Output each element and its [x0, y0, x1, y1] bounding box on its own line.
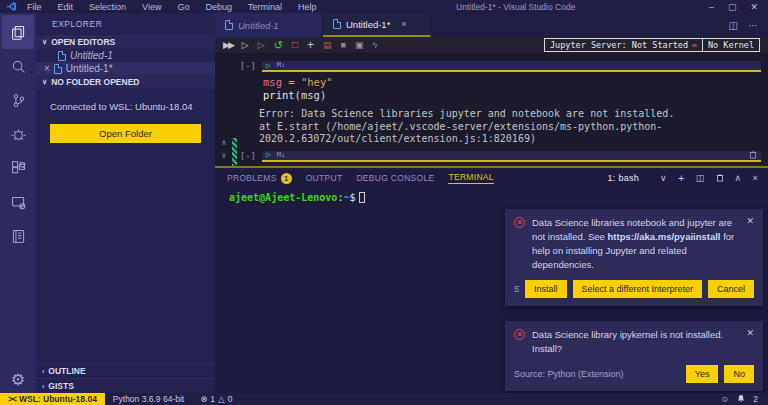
code-editor[interactable]: [-] ▷ M↓ msg = "hey" print(msg) Error: D… — [215, 54, 768, 166]
python-version[interactable]: Python 3.6.9 64-bit — [105, 394, 192, 404]
tab-label: Untitled-1* — [346, 19, 390, 30]
stop-icon[interactable]: ■ — [340, 41, 345, 50]
error-count: 1 — [210, 394, 215, 404]
feedback-smiley-icon[interactable]: ☺ — [721, 394, 730, 404]
outline-section[interactable]: › OUTLINE — [36, 363, 215, 378]
chevron-up-icon[interactable]: ∧ — [222, 138, 227, 147]
remote-explorer-icon[interactable] — [2, 185, 34, 219]
menu-selection[interactable]: Selection — [83, 2, 132, 12]
dropdown-chevron-icon[interactable]: ∨ — [660, 173, 667, 183]
notifications-bell-icon[interactable] — [737, 394, 745, 405]
minimize-button[interactable]: – — [709, 2, 714, 12]
cell-fold-marker[interactable]: [-] — [215, 61, 262, 71]
no-folder-label: NO FOLDER OPENED — [51, 77, 139, 87]
error-output-line: 2020.2.63072/out/client/extension.js:1:8… — [215, 133, 768, 146]
gistpad-icon[interactable] — [2, 219, 34, 253]
terminal-content[interactable]: ajeet@Ajeet-Lenovo:~$ — [215, 186, 768, 203]
open-folder-button[interactable]: Open Folder — [50, 124, 201, 143]
select-interpreter-button[interactable]: Select a different Interpreter — [573, 280, 702, 298]
menu-file[interactable]: File — [21, 2, 48, 12]
close-window-button[interactable]: ✕ — [750, 2, 758, 12]
notification-ipykernel: ✕ Data Science library ipykernel is not … — [505, 321, 763, 391]
cell-1-header[interactable]: ▷ M↓ — [262, 61, 761, 72]
menu-edit[interactable]: Edit — [52, 2, 80, 12]
error-output-line: Error: Data Science libraries jupyter an… — [215, 108, 768, 121]
cell-1: [-] ▷ M↓ — [215, 61, 768, 72]
new-terminal-icon[interactable]: + — [678, 172, 685, 184]
open-editor-item-1[interactable]: Untitled-1 — [36, 49, 215, 62]
run-cell-icon[interactable]: ▷ — [266, 62, 271, 70]
open-editors-header[interactable]: ∨ OPEN EDITORS — [36, 35, 215, 49]
restart-kernel-icon[interactable]: ↺ — [274, 40, 283, 51]
extensions-icon[interactable] — [2, 151, 34, 185]
notification-center: ✕ Data Science libraries notebook and ju… — [505, 209, 763, 391]
install-button[interactable]: Install — [525, 280, 567, 298]
terminal-dollar: $ — [349, 192, 355, 203]
notification-message: Data Science libraries notebook and jupy… — [532, 216, 739, 271]
delete-cell-icon[interactable] — [749, 149, 757, 161]
menu-debug[interactable]: Debug — [199, 2, 238, 12]
maximize-panel-icon[interactable]: ∧ — [735, 173, 742, 183]
cell-2-header[interactable]: ▷ M↓ — [262, 151, 761, 162]
yes-button[interactable]: Yes — [686, 365, 719, 383]
error-count-icon: ⊗ — [200, 394, 207, 404]
tab-debug-console[interactable]: DEBUG CONSOLE — [356, 173, 434, 183]
split-editor-icon[interactable]: ◫ — [729, 20, 738, 31]
menu-go[interactable]: Go — [171, 2, 195, 12]
search-icon[interactable] — [2, 49, 34, 83]
run-cell-icon[interactable]: ▷ — [266, 151, 271, 159]
run-cells-below-icon[interactable]: ▷ — [242, 41, 249, 50]
markdown-icon[interactable]: M↓ — [277, 152, 285, 159]
menu-help[interactable]: Help — [292, 2, 323, 12]
source-control-icon[interactable] — [2, 83, 34, 117]
maximize-button[interactable]: ▢ — [728, 2, 737, 12]
settings-gear-icon[interactable]: ⚙ — [11, 370, 25, 389]
run-all-cells-icon[interactable]: ▶▶ — [223, 41, 233, 50]
open-editor-label: Untitled-1* — [66, 63, 113, 74]
run-cells-above-icon[interactable]: ▷ — [258, 41, 265, 50]
chevron-down-icon[interactable]: ∨ — [222, 151, 227, 160]
menu-view[interactable]: View — [136, 2, 167, 12]
window-title: Untitled-1* - Visual Studio Code — [327, 2, 705, 12]
pyaiinstall-link[interactable]: https://aka.ms/pyaiinstall — [608, 231, 721, 242]
close-panel-icon[interactable]: × — [752, 173, 758, 183]
open-editor-item-2[interactable]: × Untitled-1* — [36, 62, 215, 75]
gists-section[interactable]: › GISTS — [36, 378, 215, 393]
cancel-button[interactable]: Cancel — [708, 280, 754, 298]
interrupt-kernel-icon[interactable]: □ — [292, 40, 298, 50]
variable-explorer-icon[interactable]: ▤ — [323, 41, 332, 50]
tab-terminal[interactable]: TERMINAL — [448, 172, 493, 184]
tab-untitled-1-star[interactable]: Untitled-1* × — [323, 13, 431, 37]
tab-output[interactable]: OUTPUT — [306, 173, 343, 183]
notification-message: Data Science library ipykernel is not in… — [532, 328, 739, 356]
add-cell-icon[interactable]: + — [307, 39, 314, 51]
connect-server-icon[interactable]: ϟ — [372, 41, 377, 50]
menu-terminal[interactable]: Terminal — [242, 2, 288, 12]
close-editor-icon[interactable]: × — [44, 63, 50, 74]
close-notification-icon[interactable]: ✕ — [746, 216, 754, 226]
tab-untitled-1[interactable]: Untitled-1 — [215, 13, 323, 37]
tab-problems[interactable]: PROBLEMS 1 — [227, 173, 292, 184]
wsl-connection-message: Connected to WSL: Ubuntu-18.04 — [36, 89, 215, 120]
problems-summary[interactable]: ⊗ 1 △ 0 — [192, 394, 240, 404]
terminal-selector[interactable]: 1: bash — [607, 173, 639, 183]
markdown-icon[interactable]: M↓ — [277, 62, 285, 69]
close-notification-icon[interactable]: ✕ — [746, 328, 754, 338]
jupyter-server-status[interactable]: Jupyter Server: Not Started ∞ — [545, 39, 702, 51]
remote-indicator[interactable]: >< WSL: Ubuntu-18.04 — [0, 393, 105, 405]
save-icon[interactable]: ▣ — [355, 41, 364, 50]
explorer-icon[interactable] — [2, 15, 34, 49]
no-button[interactable]: No — [724, 365, 754, 383]
sidebar-title: EXPLORER — [36, 13, 215, 35]
file-icon — [58, 51, 66, 61]
title-bar: File Edit Selection View Go Debug Termin… — [0, 0, 768, 13]
no-folder-header[interactable]: ∨ NO FOLDER OPENED — [36, 75, 215, 89]
kernel-status[interactable]: No Kernel — [702, 39, 759, 51]
split-terminal-icon[interactable]: ◫ — [696, 173, 705, 183]
token-function: print — [263, 89, 295, 101]
debug-icon[interactable] — [2, 117, 34, 151]
close-tab-icon[interactable]: × — [401, 19, 406, 29]
kill-terminal-icon[interactable] — [716, 173, 724, 184]
more-actions-icon[interactable]: ⋯ — [748, 20, 758, 31]
jupyter-toolbar: ▶▶ ▷ ▷ ↺ □ + ▤ ■ ▣ ϟ Jupyter Server: Not… — [215, 37, 768, 54]
